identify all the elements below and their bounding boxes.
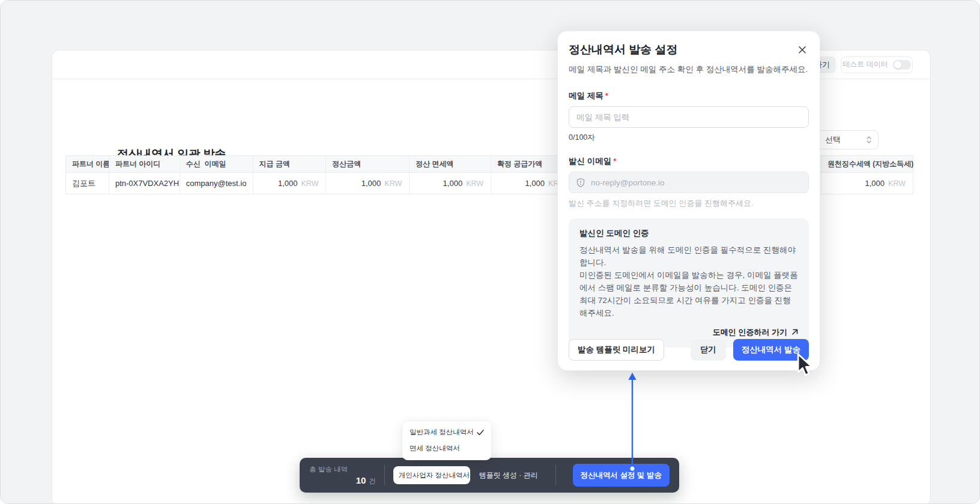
modal-close-button[interactable] bbox=[796, 43, 809, 58]
subject-label: 메일 제목* bbox=[569, 91, 809, 101]
cell-settlement-amount: 1,000KRW bbox=[326, 173, 410, 194]
required-mark: * bbox=[605, 91, 608, 100]
total-unit: 건 bbox=[369, 477, 376, 486]
domain-notice-line1: 정산내역서 발송을 위해 도메인 인증을 필수적으로 진행해야 합니다. bbox=[579, 244, 798, 269]
domain-notice-title: 발신인 도메인 인증 bbox=[579, 228, 798, 239]
sender-label: 발신 이메일* bbox=[569, 156, 809, 167]
col-header-withholding-local-tax: 원천징수세액 (지방소득세) bbox=[821, 156, 913, 172]
bar-divider bbox=[384, 465, 385, 485]
toggle-knob bbox=[894, 61, 901, 68]
cell-partner-id: ptn-0X7VDXA2YH bbox=[109, 173, 180, 194]
cell-tax-free-amount: 1,000KRW bbox=[410, 173, 491, 194]
cell-payout-amount: 1,000KRW bbox=[253, 173, 327, 194]
cell-withholding-local-tax: 1,000KRW bbox=[821, 173, 913, 194]
test-data-label: 테스트 데이터 bbox=[842, 59, 888, 70]
updown-chevron-icon bbox=[866, 136, 872, 144]
col-header-partner-id: 파트너 아이디 bbox=[109, 156, 180, 172]
shield-alert-icon bbox=[576, 178, 585, 188]
send-summary-bar: 총 발송 내역 10 건 개인사업자 정산내역서 템플릿 생성 · 관리 정산내… bbox=[300, 458, 679, 493]
close-icon bbox=[798, 46, 806, 54]
send-setup-button[interactable]: 정산내역서 설정 및 발송 bbox=[573, 464, 670, 487]
total-send-stats: 총 발송 내역 10 건 bbox=[309, 465, 376, 486]
sender-input[interactable] bbox=[569, 172, 809, 193]
col-header-settlement-amount: 정산금액 bbox=[326, 156, 410, 172]
dropdown-item-tax-free[interactable]: 면세 정산내역서 bbox=[402, 440, 491, 457]
total-count: 10 bbox=[356, 475, 366, 485]
cell-recipient-email: company@test.io bbox=[180, 173, 253, 194]
total-label: 총 발송 내역 bbox=[309, 465, 376, 474]
filter-select-value: 선택 bbox=[825, 134, 841, 145]
domain-verify-link[interactable]: 도메인 인증하러 가기 bbox=[713, 327, 798, 338]
send-settings-modal: 정산내역서 발송 설정 메일 제목과 발신인 메일 주소 확인 후 정산내역서를… bbox=[557, 31, 820, 371]
template-manage-link[interactable]: 템플릿 생성 · 관리 bbox=[479, 470, 538, 481]
external-link-icon bbox=[791, 329, 798, 335]
col-header-tax-free-amount: 정산 면세액 bbox=[410, 156, 491, 172]
filter-select[interactable]: 선택 bbox=[812, 130, 879, 149]
template-dropdown: 일반과세 정산내역서 면세 정산내역서 bbox=[402, 421, 492, 460]
domain-notice-line2: 미인증된 도메인에서 이메일을 발송하는 경우, 이메일 플랫폼에서 스팸 메일… bbox=[579, 269, 798, 320]
bar-divider-2 bbox=[555, 465, 556, 485]
col-header-recipient-email: 수신 이메일 bbox=[180, 156, 253, 172]
required-mark: * bbox=[613, 157, 616, 166]
sender-helper: 발신 주소를 지정하려면 도메인 인증을 진행해주세요. bbox=[569, 198, 809, 209]
col-header-payout-amount: 지급 금액 bbox=[253, 156, 327, 172]
test-data-toggle[interactable] bbox=[893, 60, 911, 70]
check-icon bbox=[477, 430, 484, 436]
col-header-partner-name: 파트너 이름 bbox=[66, 156, 109, 172]
modal-send-button[interactable]: 정산내역서 발송 bbox=[733, 339, 809, 361]
subject-input[interactable] bbox=[569, 106, 809, 128]
preview-template-button[interactable]: 발송 템플릿 미리보기 bbox=[569, 339, 664, 361]
subject-counter: 0/100자 bbox=[569, 133, 809, 143]
cell-partner-name: 김포트 bbox=[66, 173, 109, 194]
domain-notice: 발신인 도메인 인증 정산내역서 발송을 위해 도메인 인증을 필수적으로 진행… bbox=[569, 218, 809, 347]
modal-cancel-button[interactable]: 닫기 bbox=[691, 339, 726, 361]
dropdown-item-general-tax[interactable]: 일반과세 정산내역서 bbox=[402, 424, 491, 440]
app-frame: 가기 테스트 데이터 정산내역서 일괄 발송 템플릿을 선택하여 정산내역서를 … bbox=[0, 0, 980, 504]
template-type-select[interactable]: 개인사업자 정산내역서 bbox=[393, 466, 470, 484]
test-data-control: 테스트 데이터 bbox=[841, 56, 913, 73]
modal-description: 메일 제목과 발신인 메일 주소 확인 후 정산내역서를 발송해주세요. bbox=[569, 64, 809, 75]
modal-title: 정산내역서 발송 설정 bbox=[569, 42, 678, 58]
